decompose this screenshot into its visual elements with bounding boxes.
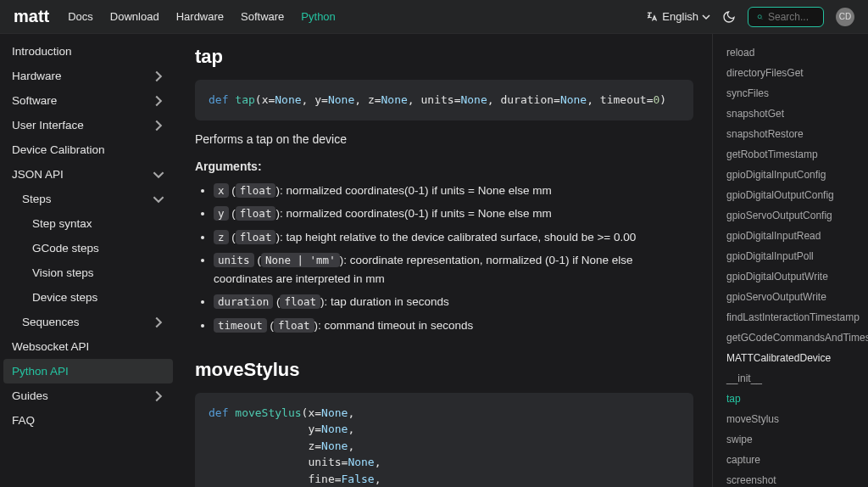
toc-item-gpiodigitaloutputconfig[interactable]: gpioDigitalOutputConfig [726, 185, 863, 205]
toc-item-movestylus[interactable]: moveStylus [726, 409, 863, 429]
svg-point-0 [758, 14, 761, 18]
arg-type: float [236, 230, 276, 244]
toc-item-getrobottimestamp[interactable]: getRobotTimestamp [726, 144, 863, 165]
brand-logo[interactable]: matt [14, 7, 49, 26]
sidebar-item-label: Software [12, 94, 57, 107]
section-heading-movestylus: moveStylus [195, 359, 693, 381]
nav-link-hardware[interactable]: Hardware [176, 10, 224, 23]
chevron-down-icon [702, 13, 710, 21]
toc-item-gpiodigitalinputread[interactable]: gpioDigitalInputRead [726, 226, 863, 246]
toc-item-gpiodigitaloutputwrite[interactable]: gpioDigitalOutputWrite [726, 266, 863, 287]
toc-item--init-[interactable]: __init__ [726, 368, 863, 389]
chevron-right-icon [153, 120, 164, 132]
sidebar-item-device-calibration[interactable]: Device Calibration [3, 137, 173, 162]
arg-desc: : tap duration in seconds [325, 295, 449, 308]
top-nav: matt DocsDownloadHardwareSoftwarePython … [0, 0, 868, 34]
arg-desc: : normalized coordinates(0-1) if units =… [280, 184, 552, 197]
arg-type: None | 'mm' [261, 253, 340, 267]
sidebar-item-label: GCode steps [32, 242, 99, 255]
sidebar-item-label: Websocket API [12, 340, 89, 353]
toc-item-screenshot[interactable]: screenshot [726, 470, 863, 487]
nav-right: English CD [646, 7, 854, 27]
sidebar-item-faq[interactable]: FAQ [3, 408, 173, 433]
nav-link-python[interactable]: Python [301, 10, 335, 23]
toc-item-capture[interactable]: capture [726, 450, 863, 470]
toc-item-snapshotrestore[interactable]: snapshotRestore [726, 124, 863, 144]
sidebar-item-device-steps[interactable]: Device steps [3, 285, 173, 310]
signature-movestylus: def moveStylus(x=None, y=None, z=None, u… [195, 393, 693, 487]
arg-name: z [214, 230, 229, 244]
arguments-heading: Arguments: [195, 160, 693, 173]
arg-name: duration [214, 294, 273, 309]
section-heading-tap: tap [195, 46, 693, 68]
arg-type: float [274, 318, 314, 333]
avatar[interactable]: CD [836, 8, 854, 26]
argument-item: duration (float): tap duration in second… [214, 293, 693, 311]
main-content: tap def tap(x=None, y=None, z=None, unit… [176, 34, 712, 487]
arg-name: timeout [214, 318, 267, 333]
sidebar-item-label: FAQ [12, 414, 35, 427]
sidebar: IntroductionHardwareSoftwareUser Interfa… [0, 34, 176, 487]
toc-item-tap[interactable]: tap [726, 389, 863, 409]
sidebar-item-label: Vision steps [32, 266, 94, 279]
table-of-contents: reloaddirectoryFilesGetsyncFilessnapshot… [712, 34, 868, 487]
sidebar-item-software[interactable]: Software [3, 88, 173, 113]
sidebar-item-label: Steps [22, 193, 52, 205]
toc-item-syncfiles[interactable]: syncFiles [726, 83, 863, 104]
sidebar-item-guides[interactable]: Guides [3, 383, 173, 408]
signature-tap: def tap(x=None, y=None, z=None, units=No… [195, 80, 693, 120]
sidebar-item-label: Device steps [32, 291, 97, 304]
sidebar-item-user-interface[interactable]: User Interface [3, 113, 173, 137]
sidebar-item-introduction[interactable]: Introduction [3, 39, 173, 64]
toc-item-snapshotget[interactable]: snapshotGet [726, 104, 863, 124]
nav-link-download[interactable]: Download [110, 10, 159, 23]
toc-item-swipe[interactable]: swipe [726, 429, 863, 450]
sidebar-item-vision-steps[interactable]: Vision steps [3, 260, 173, 285]
sidebar-item-label: User Interface [12, 119, 84, 132]
toc-item-findlastinteractiontimestamp[interactable]: findLastInteractionTimestamp [726, 307, 863, 327]
argument-item: units (None | 'mm'): coordinate represen… [214, 251, 693, 288]
sidebar-item-sequences[interactable]: Sequences [3, 310, 173, 334]
arg-desc: : normalized coordinates(0-1) if units =… [280, 207, 552, 220]
nav-links: DocsDownloadHardwareSoftwarePython [68, 10, 336, 23]
nav-link-docs[interactable]: Docs [68, 10, 93, 23]
toc-item-getgcodecommandsandtimestamps[interactable]: getGCodeCommandsAndTimestamps [726, 327, 863, 348]
sidebar-item-label: Sequences [22, 316, 80, 328]
language-selector[interactable]: English [646, 10, 710, 23]
argument-item: z (float): tap height relative to the de… [214, 228, 693, 247]
sidebar-item-python-api[interactable]: Python API [3, 359, 173, 383]
chevron-down-icon [153, 193, 164, 205]
sidebar-item-json-api[interactable]: JSON API [3, 162, 173, 187]
toc-item-gpiodigitalinputpoll[interactable]: gpioDigitalInputPoll [726, 246, 863, 266]
arg-name: x [214, 183, 229, 198]
chevron-right-icon [153, 70, 164, 82]
nav-link-software[interactable]: Software [241, 10, 284, 23]
arg-type: float [236, 206, 276, 221]
moon-icon [722, 10, 736, 24]
toc-item-directoryfilesget[interactable]: directoryFilesGet [726, 63, 863, 83]
sidebar-item-websocket-api[interactable]: Websocket API [3, 334, 173, 359]
search-input[interactable] [768, 11, 815, 23]
tap-description: Performs a tap on the device [195, 132, 693, 146]
chevron-down-icon [153, 169, 164, 181]
search-box[interactable] [748, 7, 824, 27]
argument-item: y (float): normalized coordinates(0-1) i… [214, 204, 693, 223]
sidebar-item-gcode-steps[interactable]: GCode steps [3, 236, 173, 260]
theme-toggle[interactable] [722, 10, 736, 24]
argument-item: timeout (float): command timeout in seco… [214, 316, 693, 335]
arguments-list: x (float): normalized coordinates(0-1) i… [214, 182, 693, 335]
argument-item: x (float): normalized coordinates(0-1) i… [214, 182, 693, 200]
toc-item-gpioservooutputconfig[interactable]: gpioServoOutputConfig [726, 205, 863, 226]
sidebar-item-label: Guides [12, 389, 48, 402]
layout: IntroductionHardwareSoftwareUser Interfa… [0, 34, 868, 487]
toc-item-reload[interactable]: reload [726, 42, 863, 63]
toc-item-mattcalibrateddevice[interactable]: MATTCalibratedDevice [726, 348, 863, 368]
toc-item-gpiodigitalinputconfig[interactable]: gpioDigitalInputConfig [726, 165, 863, 185]
toc-item-gpioservooutputwrite[interactable]: gpioServoOutputWrite [726, 287, 863, 307]
sidebar-item-steps[interactable]: Steps [3, 187, 173, 211]
sidebar-item-label: Hardware [12, 70, 62, 82]
sidebar-item-step-syntax[interactable]: Step syntax [3, 211, 173, 236]
sidebar-item-hardware[interactable]: Hardware [3, 64, 173, 88]
sidebar-item-label: Python API [12, 365, 69, 378]
arg-name: y [214, 206, 229, 221]
